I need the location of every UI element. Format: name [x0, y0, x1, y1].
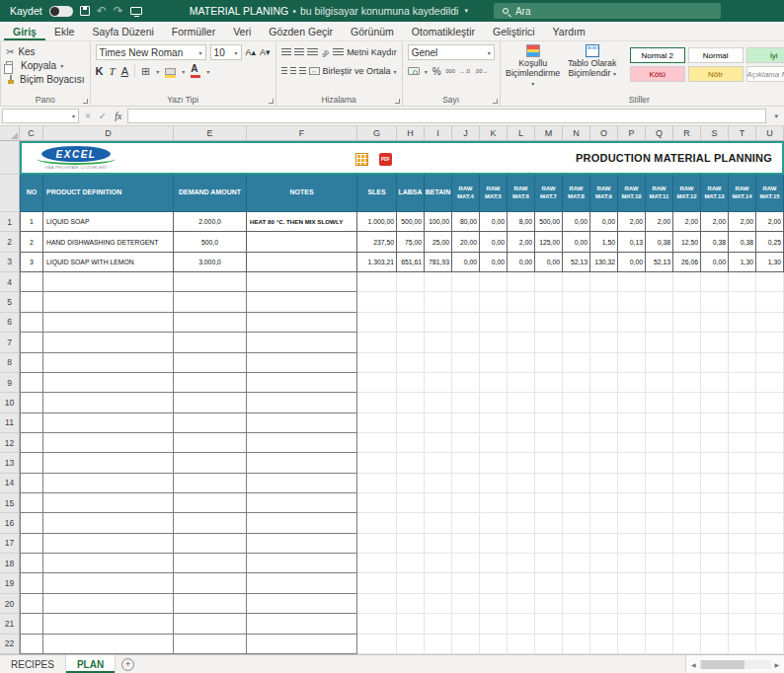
cell[interactable] [673, 635, 701, 654]
cell[interactable] [535, 333, 563, 352]
cell[interactable] [729, 393, 756, 412]
cell[interactable] [480, 292, 508, 312]
cell[interactable] [174, 453, 247, 473]
cell[interactable] [20, 493, 43, 513]
cell[interactable] [590, 493, 618, 513]
cell[interactable] [729, 313, 756, 333]
column-header-C[interactable]: C [20, 126, 43, 141]
cell[interactable]: 2 [20, 232, 43, 252]
cell[interactable] [673, 534, 701, 554]
cell[interactable] [174, 373, 247, 393]
row-header-11[interactable]: 11 [0, 413, 20, 433]
column-header-G[interactable]: G [357, 126, 397, 141]
cancel-icon[interactable]: × [83, 111, 93, 121]
cell[interactable] [756, 453, 784, 473]
cell[interactable] [397, 313, 425, 333]
scroll-right-icon[interactable]: ▶ [771, 661, 782, 668]
ribbon-tab-sayfa-düzeni[interactable]: Sayfa Düzeni [83, 22, 162, 40]
cell[interactable] [701, 594, 729, 614]
cell[interactable]: 125,00 [535, 232, 563, 252]
cell[interactable] [618, 393, 646, 412]
cell[interactable]: 3 [20, 253, 43, 272]
cell[interactable] [452, 635, 480, 654]
cell[interactable] [508, 474, 535, 493]
cell[interactable] [729, 554, 756, 573]
cell[interactable] [174, 554, 247, 573]
cell[interactable] [20, 292, 43, 312]
cell[interactable] [590, 313, 618, 333]
copy-button[interactable]: Kopyala ▾ [6, 60, 85, 71]
cell[interactable] [646, 373, 673, 393]
cell[interactable] [563, 353, 590, 373]
cell[interactable]: 2,00 [508, 232, 535, 252]
grow-font-button[interactable]: A▴ [246, 47, 257, 57]
cell[interactable] [43, 313, 174, 333]
number-format-combo[interactable]: Genel ▾ [408, 44, 495, 60]
cell[interactable] [397, 594, 425, 614]
cell[interactable] [452, 534, 480, 554]
cell[interactable] [756, 393, 784, 412]
cell-style-nötr[interactable]: Nötr [688, 66, 744, 82]
cell[interactable] [590, 292, 618, 312]
name-box[interactable]: ▾ [2, 109, 79, 123]
sheet-tab-recipes[interactable]: RECIPES [0, 655, 66, 673]
cell[interactable] [590, 333, 618, 352]
cell[interactable] [452, 393, 480, 412]
cell[interactable] [673, 272, 701, 292]
cell-style-açıklama-metni[interactable]: Açıklama Metni [746, 66, 784, 82]
cell[interactable] [618, 453, 646, 473]
cell[interactable] [535, 474, 563, 493]
cell[interactable] [20, 413, 43, 433]
cell[interactable] [701, 474, 729, 493]
cell[interactable] [43, 433, 174, 453]
cell[interactable] [452, 594, 480, 614]
cell[interactable]: 80,00 [452, 212, 480, 232]
cell[interactable] [618, 614, 646, 634]
cell[interactable] [508, 534, 535, 554]
cell[interactable] [535, 635, 563, 654]
cell[interactable] [673, 393, 701, 412]
cell[interactable] [425, 635, 452, 654]
cell[interactable] [590, 453, 618, 473]
cell[interactable] [701, 333, 729, 352]
cell[interactable] [357, 413, 397, 433]
conditional-formatting-button[interactable]: Koşullu Biçimlendirme ▾ [506, 44, 561, 89]
cell[interactable]: 0,00 [590, 212, 618, 232]
cell[interactable] [20, 373, 43, 393]
column-header-K[interactable]: K [480, 126, 508, 141]
cell[interactable] [174, 513, 247, 533]
cell[interactable] [590, 433, 618, 453]
align-right-icon[interactable] [299, 67, 305, 75]
cell[interactable]: 2,00 [673, 212, 701, 232]
cell[interactable] [174, 393, 247, 412]
cell[interactable]: HAND DISHWASHING DETERGENT [43, 232, 174, 252]
cell[interactable]: 25,00 [425, 232, 452, 252]
cell[interactable] [20, 474, 43, 493]
cell[interactable] [247, 433, 357, 453]
cell[interactable] [508, 433, 535, 453]
cell[interactable] [452, 614, 480, 634]
cell[interactable] [590, 635, 618, 654]
row-header-10[interactable]: 10 [0, 393, 20, 412]
cell[interactable] [480, 534, 508, 554]
cell[interactable] [43, 474, 174, 493]
cell[interactable] [701, 292, 729, 312]
cell[interactable] [397, 333, 425, 352]
cell[interactable]: 0,00 [480, 253, 508, 272]
cell[interactable] [646, 594, 673, 614]
cell[interactable] [701, 393, 729, 412]
orientation-icon[interactable]: ab [320, 46, 332, 57]
cell[interactable] [480, 493, 508, 513]
alignment-dialog-launcher-icon[interactable] [395, 99, 400, 104]
cell[interactable] [756, 474, 784, 493]
italic-button[interactable]: T [110, 65, 116, 77]
cell[interactable] [673, 513, 701, 533]
cell[interactable] [563, 333, 590, 352]
cell[interactable] [535, 393, 563, 412]
cell[interactable] [247, 513, 357, 533]
cell[interactable] [425, 594, 452, 614]
cell[interactable] [590, 353, 618, 373]
cell[interactable] [397, 474, 425, 493]
cell[interactable] [563, 413, 590, 433]
cell[interactable] [480, 393, 508, 412]
